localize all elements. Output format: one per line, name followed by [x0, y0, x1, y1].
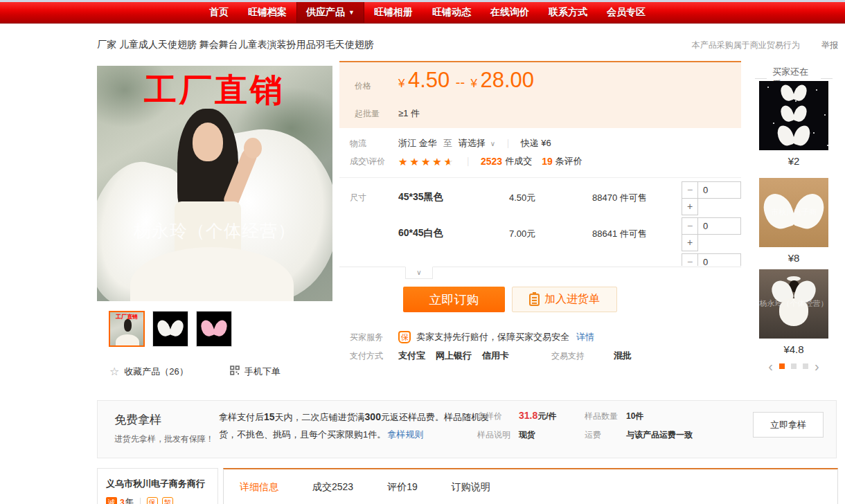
image-watermark: 市秋川电子商 [759, 207, 828, 217]
nav-item-member[interactable]: 会员专区 [597, 2, 655, 23]
sku-row: 60*45白色 7.00元 88641 件可售 − + [398, 217, 741, 253]
currency-symbol: ¥ [398, 77, 404, 90]
plus-button[interactable]: + [682, 234, 698, 251]
logistics-to-label: 至 [443, 137, 452, 150]
sample-rule-link[interactable]: 拿样规则 [387, 429, 423, 440]
quantity-input[interactable] [698, 253, 741, 266]
quantity-input[interactable] [698, 217, 741, 235]
pager-prev-icon[interactable]: ‹ [768, 359, 773, 373]
sku-name [398, 253, 509, 263]
plus-button[interactable]: + [682, 198, 698, 215]
sidebar-pagination: ‹ › [749, 359, 838, 373]
price-panel: 价格 ¥ 4.50 -- ¥ 28.00 起批量 ≥1 件 [339, 61, 741, 128]
integrity-badge-icon: 诚 [106, 497, 117, 504]
title-row: 厂家 儿童成人天使翅膀 舞会舞台儿童表演装扮用品羽毛天使翅膀 本产品采购属于商业… [97, 39, 838, 51]
wings-shape [779, 125, 810, 148]
order-now-button[interactable]: 立即订购 [403, 287, 505, 312]
nav-item-news[interactable]: 旺铺动态 [423, 2, 481, 23]
pager-dot-1[interactable] [779, 363, 785, 369]
sample-desc-value: 现货 [519, 429, 535, 441]
payment-online-bank[interactable]: 网上银行 [436, 350, 472, 362]
white-wings-shape [158, 320, 183, 338]
trade-notice: 本产品采购属于商业贸易行为 [692, 40, 800, 50]
buyer-service-row: 买家服务 保 卖家支持先行赔付，保障买家交易安全 详情 [339, 331, 741, 343]
sku-price: 7.00元 [509, 217, 592, 240]
destination-select[interactable]: 请选择 [459, 137, 486, 150]
dropdown-caret-icon: ▼ [348, 9, 355, 16]
service-detail-link[interactable]: 详情 [576, 331, 594, 343]
favorite-product-button[interactable]: 收藏产品（26） [124, 366, 188, 378]
sample-qty-col: 样品数量 10件 运费 与该产品运费一致 [585, 411, 693, 448]
seller-watermark: 杨永玲（个体经营） [97, 219, 332, 242]
divider: ｜ [504, 137, 513, 150]
thumbnail-strip: 工厂直销 [97, 311, 336, 347]
sample-price-label: 拿样价 [477, 411, 519, 422]
nav-item-products[interactable]: 供应产品▼ [296, 2, 364, 23]
action-buttons: 立即订购 加入进货单 [403, 287, 617, 312]
free-sample-subtitle: 进货先拿样，批发有保障！ [114, 433, 214, 445]
sku-stock: 88641 件可售 [592, 217, 682, 240]
related-product-2[interactable]: 市秋川电子商 ¥8 [749, 178, 838, 264]
deal-count[interactable]: 2523 [481, 156, 502, 167]
review-count[interactable]: 19 [542, 156, 553, 167]
logistics-row: 物流 浙江 金华 至 请选择 ∨ ｜ 快递 ¥6 [339, 137, 741, 150]
moq-label: 起批量 [355, 108, 380, 120]
report-link[interactable]: 举报 [821, 40, 838, 50]
tab-reviews[interactable]: 评价19 [387, 481, 418, 494]
desc-bold: 15 [264, 411, 275, 422]
store-info-panel: 义乌市秋川电子商务商行 诚 3 年 保 契 [97, 468, 218, 504]
thumbnail-model[interactable]: 工厂直销 [109, 311, 145, 347]
add-to-purchase-list-button[interactable]: 加入进货单 [512, 287, 617, 312]
expand-sku-button[interactable]: ∨ [405, 267, 433, 279]
mobile-order-label: 手机下单 [244, 366, 281, 378]
logistics-origin: 浙江 金华 [398, 137, 437, 150]
nav-item-album[interactable]: 旺铺相册 [364, 2, 423, 23]
minus-button[interactable]: − [682, 253, 698, 266]
guarantee-shield-icon: 保 [398, 331, 411, 343]
minus-button[interactable]: − [682, 217, 698, 235]
nav-item-archive[interactable]: 旺铺档案 [238, 2, 296, 23]
thumbnail-white-wings[interactable] [152, 311, 188, 347]
thumbnail-pink-wings[interactable] [196, 311, 232, 347]
tab-order-notes[interactable]: 订购说明 [452, 481, 490, 494]
pager-dot-3[interactable] [803, 363, 808, 369]
star-outline-icon[interactable]: ☆ [109, 365, 119, 378]
related-product-3[interactable]: 杨永玲（个体经营） ¥4.8 [749, 269, 838, 355]
related-product-1[interactable]: ¥2 [749, 81, 838, 167]
nav-item-label: 供应产品 [306, 6, 345, 19]
desc-part: 天内，二次店铺进货满 [275, 412, 365, 422]
pager-next-icon[interactable]: › [815, 359, 819, 373]
payment-alipay[interactable]: 支付宝 [398, 350, 425, 362]
price-label: 价格 [355, 80, 371, 92]
price-range: ¥ 4.50 -- ¥ 28.00 [398, 68, 534, 93]
desc-bold: 300 [365, 411, 381, 422]
pager-dot-2[interactable] [791, 363, 797, 369]
payment-row: 支付方式 支付宝 网上银行 信用卡 交易支持 混批 [339, 350, 741, 362]
buyers-also-view-sidebar: 买家还在看 ¥2 市秋川电子商 ¥8 杨永玲（个体经营） ¥4.8 ‹ [749, 66, 838, 91]
nav-item-home[interactable]: 首页 [199, 2, 238, 23]
select-caret-icon[interactable]: ∨ [490, 140, 495, 147]
quantity-stepper: − + [682, 217, 741, 252]
model-hand [244, 138, 262, 159]
main-product-image: 工厂直销 杨永玲（个体经营） [97, 66, 332, 301]
mobile-order-button[interactable]: 手机下单 [230, 366, 281, 378]
quantity-stepper: − + [682, 253, 741, 266]
get-sample-button[interactable]: 立即拿样 [753, 412, 824, 438]
sku-name: 45*35黑色 [398, 181, 509, 204]
favorite-row: ☆ 收藏产品（26） 手机下单 [109, 365, 331, 378]
nav-items: 首页 旺铺档案 供应产品▼ 旺铺相册 旺铺动态 在线询价 联系方式 会员专区 [199, 2, 845, 23]
payment-credit-card[interactable]: 信用卡 [482, 350, 509, 362]
tab-deals[interactable]: 成交2523 [312, 481, 353, 494]
nav-item-inquiry[interactable]: 在线询价 [481, 2, 539, 23]
sample-ship-label: 运费 [585, 429, 626, 441]
model-face [193, 123, 223, 161]
member-years-number: 3 [120, 498, 125, 504]
related-product-price: ¥8 [749, 252, 838, 264]
minus-button[interactable]: − [682, 181, 698, 199]
nav-item-contact[interactable]: 联系方式 [539, 2, 597, 23]
tab-detail-info[interactable]: 详细信息 [240, 481, 278, 494]
thumb-model-dress [116, 334, 139, 347]
quantity-input[interactable] [698, 181, 741, 199]
purchase-list-icon [529, 294, 540, 306]
store-name[interactable]: 义乌市秋川电子商务商行 [106, 478, 217, 490]
